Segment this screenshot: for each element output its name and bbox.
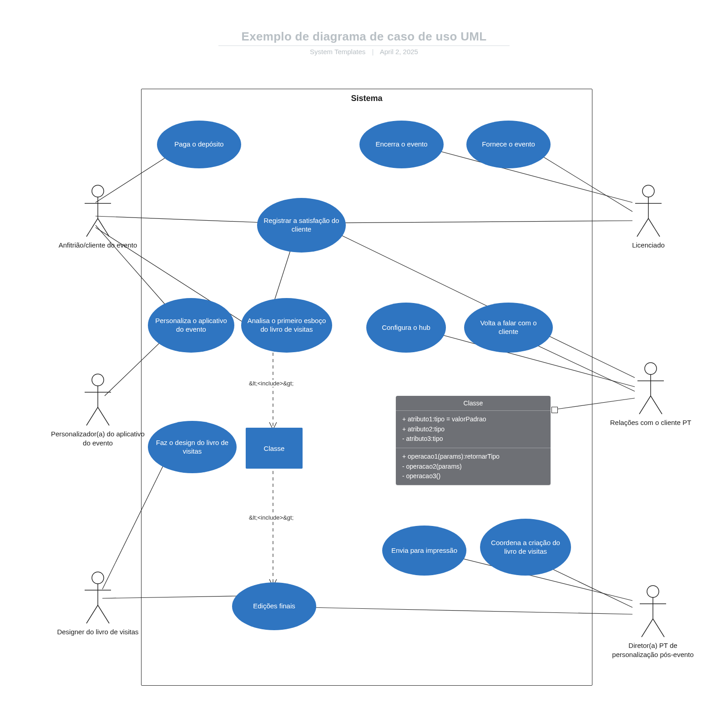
system-label: Sistema: [142, 94, 592, 103]
usecase-envia-impressao[interactable]: Envia para impressão: [382, 526, 466, 576]
svg-line-33: [86, 407, 98, 425]
actor-icon: [82, 373, 114, 428]
usecase-paga-deposito[interactable]: Paga o depósito: [157, 121, 241, 168]
actor-personalizador[interactable]: Personalizador(a) do aplicativo do event…: [50, 373, 146, 447]
diagram-root: Exemplo de diagrama de caso de uso UML S…: [0, 0, 728, 728]
usecase-analisa-esboco[interactable]: Analisa o primeiro esboço do livro de vi…: [241, 298, 332, 353]
usecase-fornece-evento[interactable]: Fornece o evento: [466, 121, 551, 168]
svg-point-20: [92, 185, 104, 197]
usecase-coordena-criacao[interactable]: Coordena a criação do livro de visitas: [480, 519, 571, 576]
uml-class-operations: + operacao1(params):retornarTipo - opera…: [396, 448, 551, 485]
diagram-header: Exemplo de diagrama de caso de uso UML S…: [0, 30, 728, 56]
svg-line-29: [648, 218, 660, 237]
uml-op: - operacao2(params): [402, 462, 544, 472]
actor-label: Designer do livro de visitas: [46, 627, 150, 637]
note-anchor-icon: [551, 407, 558, 413]
actor-label: Licenciado: [612, 241, 685, 250]
actor-label: Personalizador(a) do aplicativo do event…: [50, 430, 146, 447]
uml-attr: - atributo3:tipo: [402, 434, 544, 444]
svg-line-24: [98, 218, 109, 237]
byline-author: System Templates: [310, 48, 365, 56]
svg-line-49: [653, 619, 664, 637]
byline-separator: |: [372, 48, 374, 56]
svg-point-35: [645, 363, 657, 374]
system-boundary: Sistema: [141, 89, 592, 686]
diagram-byline: System Templates | April 2, 2025: [0, 48, 728, 56]
uml-class-box[interactable]: Classe + atributo1:tipo = valorPadrao + …: [396, 396, 551, 485]
uml-attr: + atributo2:tipo: [402, 425, 544, 435]
actor-licenciado[interactable]: Licenciado: [612, 184, 685, 250]
svg-line-28: [637, 218, 648, 237]
usecase-configura-hub[interactable]: Configura o hub: [366, 303, 446, 353]
actor-diretor-pt[interactable]: Diretor(a) PT de personalização pós-even…: [605, 585, 701, 659]
svg-point-30: [92, 374, 104, 386]
usecase-edicoes-finais[interactable]: Edições finais: [232, 582, 316, 630]
actor-label: Relações com o cliente PT: [605, 418, 696, 427]
svg-point-40: [92, 572, 104, 584]
actor-anfitriao[interactable]: Anfitrião/cliente do evento: [52, 184, 143, 250]
actor-icon: [82, 571, 114, 626]
svg-point-45: [647, 586, 659, 597]
svg-line-44: [98, 605, 109, 623]
svg-line-39: [651, 396, 662, 414]
svg-point-25: [642, 185, 654, 197]
byline-date: April 2, 2025: [380, 48, 418, 56]
svg-line-34: [98, 407, 109, 425]
uml-op: - operacao3(): [402, 471, 544, 481]
usecase-faz-design[interactable]: Faz o design do livro de visitas: [148, 421, 237, 473]
uml-class-title: Classe: [396, 396, 551, 411]
usecase-registrar-satisfacao[interactable]: Registrar a satisfação do cliente: [257, 198, 346, 253]
actor-relacoes-pt[interactable]: Relações com o cliente PT: [605, 362, 696, 427]
usecase-volta-falar-cliente[interactable]: Volta a falar com o cliente: [464, 303, 553, 353]
actor-icon: [635, 362, 667, 416]
svg-line-38: [639, 396, 651, 414]
classe-node[interactable]: Classe: [246, 428, 303, 469]
actor-label: Diretor(a) PT de personalização pós-even…: [605, 641, 701, 659]
svg-line-43: [86, 605, 98, 623]
uml-class-attributes: + atributo1:tipo = valorPadrao + atribut…: [396, 411, 551, 448]
edge-label-include: &lt;<include>&gt;: [248, 380, 294, 387]
edge-label-include: &lt;<include>&gt;: [248, 514, 294, 521]
diagram-title: Exemplo de diagrama de caso de uso UML: [218, 30, 510, 46]
uml-op: + operacao1(params):retornarTipo: [402, 452, 544, 462]
usecase-encerra-evento[interactable]: Encerra o evento: [359, 121, 444, 168]
actor-icon: [637, 585, 669, 639]
usecase-personaliza-app[interactable]: Personaliza o aplicativo do evento: [148, 298, 234, 353]
svg-line-23: [86, 218, 98, 237]
actor-label: Anfitrião/cliente do evento: [52, 241, 143, 250]
uml-attr: + atributo1:tipo = valorPadrao: [402, 415, 544, 425]
svg-line-48: [642, 619, 653, 637]
actor-designer[interactable]: Designer do livro de visitas: [46, 571, 150, 637]
actor-icon: [632, 184, 664, 239]
actor-icon: [82, 184, 114, 239]
